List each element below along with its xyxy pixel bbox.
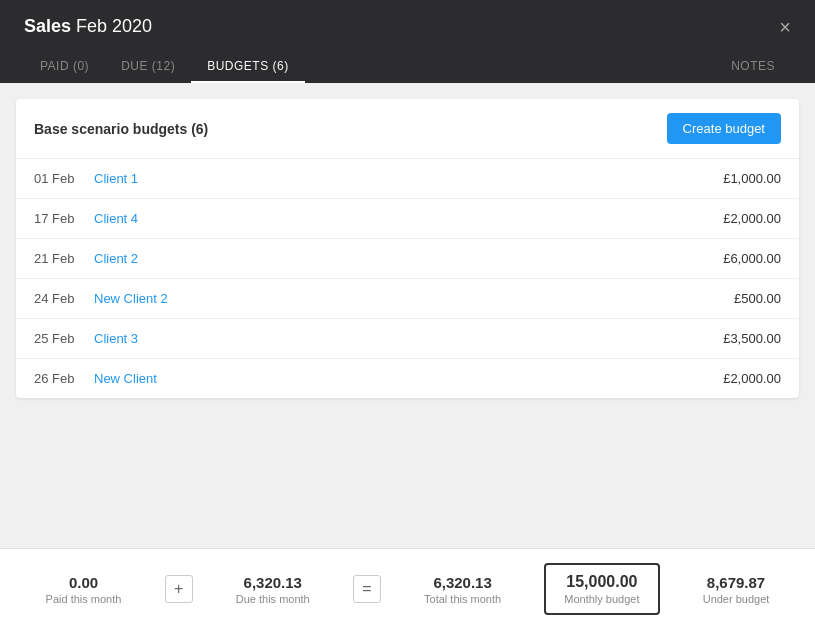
row-date: 26 Feb (34, 371, 94, 386)
close-button[interactable]: × (779, 17, 791, 37)
tab-bar: PAID (0) DUE (12) BUDGETS (6) NOTES (24, 51, 791, 83)
modal-header: Sales Feb 2020 × PAID (0) DUE (12) BUDGE… (0, 0, 815, 83)
total-value: 6,320.13 (433, 574, 491, 591)
tab-notes[interactable]: NOTES (715, 51, 791, 83)
row-date: 25 Feb (34, 331, 94, 346)
row-amount: £6,000.00 (723, 251, 781, 266)
row-date: 17 Feb (34, 211, 94, 226)
row-amount: £2,000.00 (723, 371, 781, 386)
table-row: 24 Feb New Client 2 £500.00 (16, 279, 799, 319)
row-client[interactable]: New Client (94, 371, 723, 386)
budget-card: Base scenario budgets (6) Create budget … (16, 99, 799, 398)
footer-stat-monthly-budget: 15,000.00 Monthly budget (544, 563, 659, 615)
table-row: 26 Feb New Client £2,000.00 (16, 359, 799, 398)
tab-due[interactable]: DUE (12) (105, 51, 191, 83)
monthly-budget-value: 15,000.00 (566, 573, 637, 591)
tab-paid[interactable]: PAID (0) (24, 51, 105, 83)
row-amount: £2,000.00 (723, 211, 781, 226)
row-client[interactable]: New Client 2 (94, 291, 734, 306)
row-date: 24 Feb (34, 291, 94, 306)
table-row: 01 Feb Client 1 £1,000.00 (16, 159, 799, 199)
under-budget-value: 8,679.87 (707, 574, 765, 591)
due-value: 6,320.13 (244, 574, 302, 591)
footer-stat-paid: 0.00 Paid this month (46, 574, 122, 605)
total-label: Total this month (424, 593, 501, 605)
paid-label: Paid this month (46, 593, 122, 605)
paid-value: 0.00 (69, 574, 98, 591)
footer-stat-under-budget: 8,679.87 Under budget (703, 574, 770, 605)
equals-icon: = (353, 575, 381, 603)
row-date: 01 Feb (34, 171, 94, 186)
table-row: 25 Feb Client 3 £3,500.00 (16, 319, 799, 359)
row-client[interactable]: Client 2 (94, 251, 723, 266)
row-amount: £500.00 (734, 291, 781, 306)
modal-footer: 0.00 Paid this month + 6,320.13 Due this… (0, 548, 815, 629)
row-amount: £3,500.00 (723, 331, 781, 346)
table-row: 21 Feb Client 2 £6,000.00 (16, 239, 799, 279)
under-budget-label: Under budget (703, 593, 770, 605)
modal-content: Base scenario budgets (6) Create budget … (0, 83, 815, 548)
due-label: Due this month (236, 593, 310, 605)
budget-card-header: Base scenario budgets (6) Create budget (16, 99, 799, 159)
modal-title: Sales Feb 2020 (24, 16, 152, 37)
row-client[interactable]: Client 4 (94, 211, 723, 226)
row-client[interactable]: Client 1 (94, 171, 723, 186)
plus-icon: + (165, 575, 193, 603)
tab-budgets[interactable]: BUDGETS (6) (191, 51, 305, 83)
budget-section-title: Base scenario budgets (6) (34, 121, 208, 137)
table-row: 17 Feb Client 4 £2,000.00 (16, 199, 799, 239)
row-amount: £1,000.00 (723, 171, 781, 186)
row-client[interactable]: Client 3 (94, 331, 723, 346)
monthly-budget-label: Monthly budget (564, 593, 639, 605)
create-budget-button[interactable]: Create budget (667, 113, 781, 144)
footer-stat-total: 6,320.13 Total this month (424, 574, 501, 605)
row-date: 21 Feb (34, 251, 94, 266)
footer-stat-due: 6,320.13 Due this month (236, 574, 310, 605)
